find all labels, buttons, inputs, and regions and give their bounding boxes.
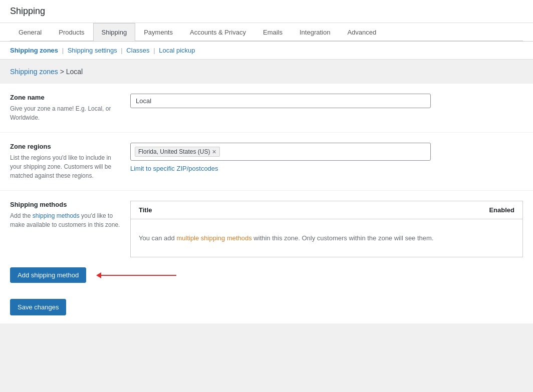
separator-2: | bbox=[121, 47, 122, 54]
arrow-indicator bbox=[96, 272, 176, 278]
methods-content: Title Enabled You can add multiple shipp… bbox=[130, 201, 523, 257]
zone-regions-description: List the regions you'd like to include i… bbox=[10, 153, 120, 180]
table-empty-row: You can add multiple shipping methods wi… bbox=[131, 219, 523, 257]
breadcrumb: Shipping zones > Local bbox=[10, 68, 523, 76]
page-title: Shipping bbox=[10, 6, 523, 17]
region-tag-remove[interactable]: × bbox=[212, 148, 216, 155]
zone-regions-heading: Zone regions bbox=[10, 143, 120, 150]
breadcrumb-current: Local bbox=[66, 68, 83, 76]
tab-payments[interactable]: Payments bbox=[135, 23, 181, 41]
shipping-methods-section: Shipping methods Add the shipping method… bbox=[0, 191, 533, 267]
methods-description: Add the shipping methods you'd like to m… bbox=[10, 211, 120, 229]
subnav-classes[interactable]: Classes bbox=[126, 47, 149, 54]
tab-accounts-privacy[interactable]: Accounts & Privacy bbox=[181, 23, 254, 41]
limit-link-container: Limit to specific ZIP/postcodes bbox=[130, 165, 523, 172]
zone-name-heading: Zone name bbox=[10, 94, 120, 101]
tab-emails[interactable]: Emails bbox=[254, 23, 291, 41]
breadcrumb-separator: > bbox=[60, 68, 66, 76]
region-tag: Florida, United States (US) × bbox=[135, 147, 220, 157]
table-header-row: Title Enabled bbox=[131, 201, 523, 219]
main-tabs: General Products Shipping Payments Accou… bbox=[10, 23, 523, 41]
zone-name-content bbox=[130, 94, 523, 122]
save-changes-row: Save changes bbox=[0, 291, 533, 323]
subnav-shipping-settings[interactable]: Shipping settings bbox=[68, 47, 117, 54]
zone-name-label: Zone name Give your zone a name! E.g. Lo… bbox=[10, 94, 120, 122]
separator-1: | bbox=[62, 47, 64, 54]
zone-regions-tag-input[interactable]: Florida, United States (US) × bbox=[130, 143, 431, 161]
breadcrumb-parent[interactable]: Shipping zones bbox=[10, 68, 58, 76]
region-tag-label: Florida, United States (US) bbox=[138, 148, 210, 155]
tab-general[interactable]: General bbox=[10, 23, 50, 41]
col-title: Title bbox=[131, 201, 294, 219]
tab-shipping[interactable]: Shipping bbox=[93, 23, 136, 41]
table-empty-message: You can add multiple shipping methods wi… bbox=[131, 219, 523, 257]
separator-3: | bbox=[153, 47, 155, 54]
add-method-row: Add shipping method bbox=[0, 267, 533, 291]
methods-table: Title Enabled You can add multiple shipp… bbox=[130, 201, 523, 257]
zone-name-input[interactable] bbox=[130, 94, 431, 108]
zone-regions-section: Zone regions List the regions you'd like… bbox=[0, 133, 533, 191]
save-changes-button[interactable]: Save changes bbox=[10, 299, 66, 315]
zone-regions-content: Florida, United States (US) × Limit to s… bbox=[130, 143, 523, 180]
shipping-methods-link[interactable]: shipping methods bbox=[33, 212, 80, 219]
col-enabled: Enabled bbox=[294, 201, 523, 219]
tab-advanced[interactable]: Advanced bbox=[339, 23, 385, 41]
zone-regions-label: Zone regions List the regions you'd like… bbox=[10, 143, 120, 180]
zone-name-description: Give your zone a name! E.g. Local, or Wo… bbox=[10, 104, 120, 122]
subnav-local-pickup[interactable]: Local pickup bbox=[159, 47, 195, 54]
tab-integration[interactable]: Integration bbox=[291, 23, 339, 41]
tab-products[interactable]: Products bbox=[50, 23, 93, 41]
limit-postcodes-link[interactable]: Limit to specific ZIP/postcodes bbox=[130, 165, 218, 172]
methods-label: Shipping methods Add the shipping method… bbox=[10, 201, 120, 257]
arrow-line bbox=[101, 275, 176, 276]
sub-navigation: Shipping zones | Shipping settings | Cla… bbox=[0, 42, 533, 60]
arrow-head bbox=[96, 272, 101, 278]
zone-name-section: Zone name Give your zone a name! E.g. Lo… bbox=[0, 84, 533, 133]
multiple-methods-text: multiple shipping methods bbox=[176, 234, 251, 242]
subnav-shipping-zones[interactable]: Shipping zones bbox=[10, 47, 58, 54]
methods-heading: Shipping methods bbox=[10, 201, 120, 208]
add-shipping-method-button[interactable]: Add shipping method bbox=[10, 267, 86, 283]
